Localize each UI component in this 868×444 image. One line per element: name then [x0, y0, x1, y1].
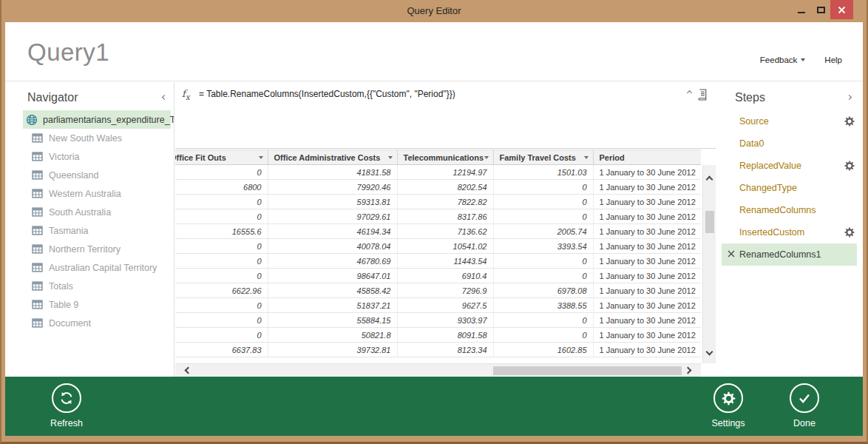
scroll-down-icon[interactable]: [706, 349, 713, 356]
table-cell[interactable]: 12194.97: [397, 165, 493, 180]
table-cell[interactable]: 1 January to 30 June 2012: [593, 313, 701, 328]
table-cell[interactable]: 0: [175, 313, 268, 328]
table-cell[interactable]: 2005.74: [493, 224, 593, 239]
table-cell[interactable]: 1 January to 30 June 2012: [593, 195, 701, 209]
gear-icon[interactable]: [844, 227, 855, 238]
table-cell[interactable]: 6622.96: [175, 283, 268, 298]
formula-input[interactable]: = Table.RenameColumns(InsertedCustom,{{"…: [199, 89, 671, 99]
table-cell[interactable]: 98647.01: [268, 269, 397, 283]
feedback-menu[interactable]: Feedback: [760, 56, 806, 64]
table-cell[interactable]: 1 January to 30 June 2012: [593, 224, 701, 239]
table-cell[interactable]: 7822.82: [397, 195, 493, 209]
table-cell[interactable]: 8091.58: [397, 328, 493, 343]
table-cell[interactable]: 1602.85: [493, 343, 593, 357]
column-header[interactable]: Office Administrative Costs: [268, 150, 397, 165]
navigator-item[interactable]: Australian Capital Territory: [23, 258, 171, 277]
table-cell[interactable]: 0: [175, 269, 268, 283]
gear-icon[interactable]: [844, 116, 855, 127]
navigator-item[interactable]: parliamentarians_expenditure_T...: [23, 110, 171, 129]
table-cell[interactable]: 46194.34: [268, 224, 397, 239]
help-link[interactable]: Help: [824, 56, 842, 64]
navigator-item[interactable]: New South Wales: [23, 129, 171, 147]
filter-dropdown-icon[interactable]: [584, 156, 589, 159]
done-button[interactable]: Done: [773, 383, 836, 428]
table-cell[interactable]: 1 January to 30 June 2012: [593, 328, 701, 343]
step-item[interactable]: RenamedColumns: [722, 199, 857, 221]
table-cell[interactable]: 45858.42: [268, 283, 397, 298]
close-button[interactable]: [830, 0, 853, 19]
expand-steps-icon[interactable]: [847, 95, 852, 100]
table-cell[interactable]: 8202.54: [397, 180, 493, 195]
advanced-editor-icon[interactable]: [697, 88, 708, 101]
table-cell[interactable]: 51837.21: [268, 298, 397, 313]
table-cell[interactable]: 0: [493, 180, 593, 195]
navigator-item[interactable]: Northern Territory: [23, 240, 171, 258]
table-cell[interactable]: 3388.55: [493, 298, 593, 313]
table-cell[interactable]: 8123.34: [397, 343, 493, 357]
table-cell[interactable]: 1 January to 30 June 2012: [593, 343, 701, 357]
scroll-up-icon[interactable]: [706, 176, 713, 184]
table-cell[interactable]: 46780.69: [268, 254, 397, 269]
refresh-button[interactable]: Refresh: [35, 383, 98, 428]
step-item[interactable]: ReplacedValue: [722, 155, 857, 177]
collapse-formula-icon[interactable]: [687, 90, 692, 95]
filter-dropdown-icon[interactable]: [388, 156, 393, 159]
table-cell[interactable]: 9627.5: [397, 298, 493, 313]
gear-icon[interactable]: [844, 161, 855, 171]
table-cell[interactable]: 6910.4: [397, 269, 493, 283]
column-header[interactable]: Period: [593, 150, 701, 165]
collapse-navigator-icon[interactable]: [162, 95, 167, 100]
table-cell[interactable]: 0: [175, 165, 268, 180]
step-item[interactable]: ChangedType: [722, 177, 857, 199]
scroll-right-icon[interactable]: [685, 367, 692, 374]
step-item[interactable]: RenamedColumns1: [722, 243, 857, 266]
table-cell[interactable]: 59313.81: [268, 195, 397, 209]
step-item[interactable]: InsertedCustom: [722, 221, 857, 243]
filter-dropdown-icon[interactable]: [259, 156, 263, 159]
table-cell[interactable]: 1 January to 30 June 2012: [593, 239, 701, 254]
table-cell[interactable]: 6800: [175, 180, 268, 195]
table-cell[interactable]: 0: [493, 313, 593, 328]
table-cell[interactable]: 55884.15: [268, 313, 397, 328]
table-cell[interactable]: 1 January to 30 June 2012: [593, 209, 701, 224]
table-cell[interactable]: 1 January to 30 June 2012: [593, 254, 701, 269]
table-cell[interactable]: 3393.54: [493, 239, 593, 254]
table-cell[interactable]: 6978.08: [493, 283, 593, 298]
settings-button[interactable]: Settings: [696, 383, 760, 428]
table-cell[interactable]: 39732.81: [268, 343, 397, 357]
table-cell[interactable]: 1 January to 30 June 2012: [593, 298, 701, 313]
vertical-scrollbar[interactable]: [702, 165, 716, 363]
navigator-item[interactable]: Totals: [23, 277, 171, 295]
table-cell[interactable]: 79920.46: [268, 180, 397, 195]
scroll-left-icon[interactable]: [185, 367, 192, 374]
table-cell[interactable]: 40078.04: [268, 239, 397, 254]
minimize-button[interactable]: [792, 0, 811, 19]
table-cell[interactable]: 0: [175, 298, 268, 313]
table-cell[interactable]: 1501.03: [493, 165, 593, 180]
table-cell[interactable]: 6637.83: [175, 343, 268, 357]
table-cell[interactable]: 8317.86: [397, 209, 493, 224]
navigator-item[interactable]: South Australia: [23, 203, 171, 221]
table-cell[interactable]: 0: [493, 195, 593, 209]
navigator-item[interactable]: Document: [23, 314, 171, 332]
table-cell[interactable]: 50821.8: [268, 328, 397, 343]
delete-step-icon[interactable]: [727, 249, 736, 260]
table-cell[interactable]: 1 January to 30 June 2012: [593, 180, 701, 195]
table-cell[interactable]: 7136.62: [397, 224, 493, 239]
table-cell[interactable]: 10541.02: [397, 239, 493, 254]
table-cell[interactable]: 0: [175, 239, 268, 254]
table-cell[interactable]: 0: [493, 254, 593, 269]
vertical-scroll-thumb[interactable]: [705, 211, 714, 233]
maximize-button[interactable]: [811, 0, 830, 19]
column-header[interactable]: Family Travel Costs: [493, 150, 593, 165]
titlebar[interactable]: Query Editor: [1, 0, 867, 22]
navigator-item[interactable]: Victoria: [23, 147, 171, 166]
table-cell[interactable]: 41831.58: [268, 165, 397, 180]
formula-bar[interactable]: fx = Table.RenameColumns(InsertedCustom,…: [175, 82, 716, 149]
navigator-item[interactable]: Table 9: [23, 295, 171, 314]
navigator-item[interactable]: Tasmania: [23, 221, 171, 240]
table-cell[interactable]: 0: [493, 269, 593, 283]
table-cell[interactable]: 7296.9: [397, 283, 493, 298]
column-header[interactable]: Office Fit Outs: [175, 150, 268, 165]
table-cell[interactable]: 0: [493, 328, 593, 343]
